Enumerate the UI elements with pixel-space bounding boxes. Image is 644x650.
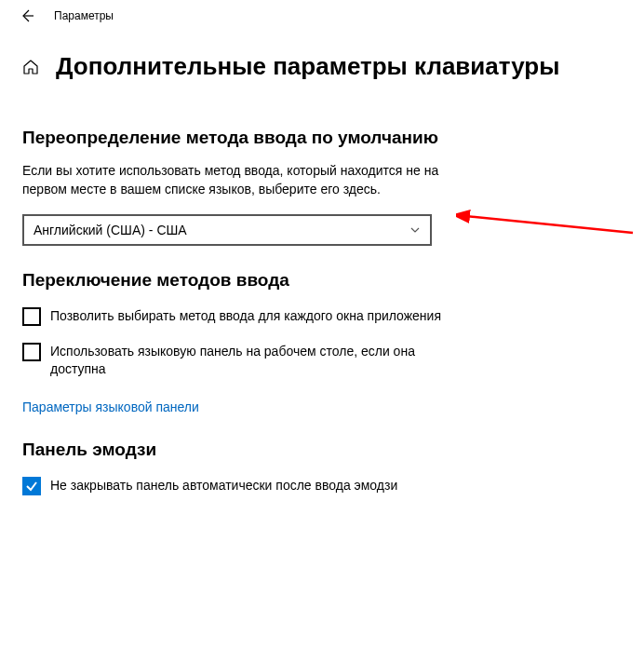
- window-title: Параметры: [54, 9, 114, 22]
- page-title: Дополнительные параметры клавиатуры: [56, 52, 559, 81]
- override-description: Если вы хотите использовать метод ввода,…: [22, 161, 469, 199]
- checkbox-emoji-label: Не закрывать панель автоматически после …: [50, 477, 397, 495]
- home-icon[interactable]: [22, 59, 39, 75]
- checkbox-language-bar-label: Использовать языковую панель на рабочем …: [50, 343, 469, 379]
- section-override-title: Переопределение метода ввода по умолчани…: [22, 128, 622, 148]
- dropdown-selected-value: Английский (США) - США: [34, 223, 187, 237]
- back-icon[interactable]: [19, 7, 35, 24]
- checkbox-per-window-input[interactable]: [22, 307, 41, 326]
- checkbox-emoji-panel-keep-open[interactable]: [22, 477, 41, 495]
- checkbox-language-bar[interactable]: [22, 343, 41, 361]
- section-switching-title: Переключение методов ввода: [22, 270, 622, 291]
- check-icon: [25, 480, 38, 493]
- checkbox-per-window-label: Позволить выбирать метод ввода для каждо…: [50, 307, 441, 326]
- language-bar-options-link[interactable]: Параметры языковой панели: [22, 399, 199, 414]
- default-input-method-dropdown[interactable]: Английский (США) - США: [22, 214, 432, 246]
- section-emoji-title: Панель эмодзи: [22, 440, 622, 460]
- chevron-down-icon: [409, 224, 421, 236]
